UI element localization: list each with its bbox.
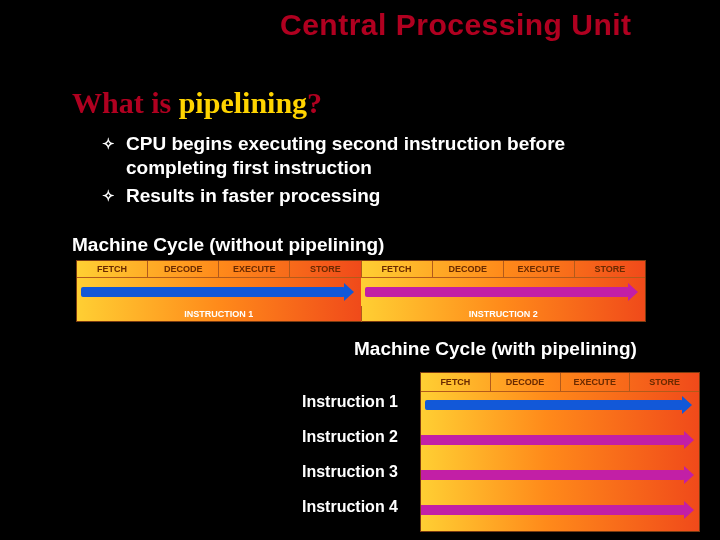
bullet-text: Results in faster processing (126, 184, 380, 208)
stage-header-row: FETCH DECODE EXECUTE STORE (421, 373, 699, 392)
bullet-icon: ✧ (102, 132, 126, 180)
caption-without-pipelining: Machine Cycle (without pipelining) (72, 234, 384, 256)
stage-label: DECODE (148, 261, 219, 277)
arrow-lane (77, 278, 645, 306)
bullet-list: ✧ CPU begins executing second instructio… (102, 132, 662, 212)
arrow-instruction-1 (425, 400, 683, 410)
question-mark: ? (307, 86, 322, 119)
instruction-label-row: INSTRUCTION 1 INSTRUCTION 2 (77, 306, 645, 322)
slide-title: Central Processing Unit (0, 8, 720, 42)
instruction-label: INSTRUCTION 2 (362, 306, 646, 322)
arrow-instruction-2 (420, 435, 685, 445)
question-heading: What is pipelining? (72, 86, 322, 120)
row-label: Instruction 3 (302, 462, 398, 497)
row-label: Instruction 2 (302, 427, 398, 462)
arrow-instruction-2 (365, 287, 629, 297)
bullet-text: CPU begins executing second instruction … (126, 132, 662, 180)
arrow-instruction-3 (420, 470, 685, 480)
stage-label: EXECUTE (504, 261, 575, 277)
diagram-without-pipelining: FETCH DECODE EXECUTE STORE FETCH DECODE … (76, 260, 646, 322)
question-part2: pipelining (179, 86, 307, 119)
caption-with-pipelining: Machine Cycle (with pipelining) (354, 338, 637, 360)
stage-label: STORE (575, 261, 645, 277)
list-item: ✧ CPU begins executing second instructio… (102, 132, 662, 180)
stage-label: STORE (290, 261, 361, 277)
arrow-lanes (421, 392, 699, 532)
list-item: ✧ Results in faster processing (102, 184, 662, 208)
row-labels-with-pipelining: Instruction 1 Instruction 2 Instruction … (302, 392, 398, 532)
stage-label: FETCH (362, 261, 433, 277)
stage-header-row: FETCH DECODE EXECUTE STORE FETCH DECODE … (77, 261, 645, 278)
stage-label: FETCH (421, 373, 491, 391)
row-label: Instruction 1 (302, 392, 398, 427)
instruction-label: INSTRUCTION 1 (77, 306, 362, 322)
stage-label: EXECUTE (219, 261, 290, 277)
stage-label: DECODE (433, 261, 504, 277)
question-part1: What is (72, 86, 179, 119)
stage-label: EXECUTE (561, 373, 631, 391)
stage-label: DECODE (491, 373, 561, 391)
bullet-icon: ✧ (102, 184, 126, 208)
row-label: Instruction 4 (302, 497, 398, 532)
arrow-instruction-1 (81, 287, 345, 297)
stage-label: STORE (630, 373, 699, 391)
diagram-with-pipelining: FETCH DECODE EXECUTE STORE (420, 372, 700, 532)
arrow-instruction-4 (420, 505, 685, 515)
stage-label: FETCH (77, 261, 148, 277)
